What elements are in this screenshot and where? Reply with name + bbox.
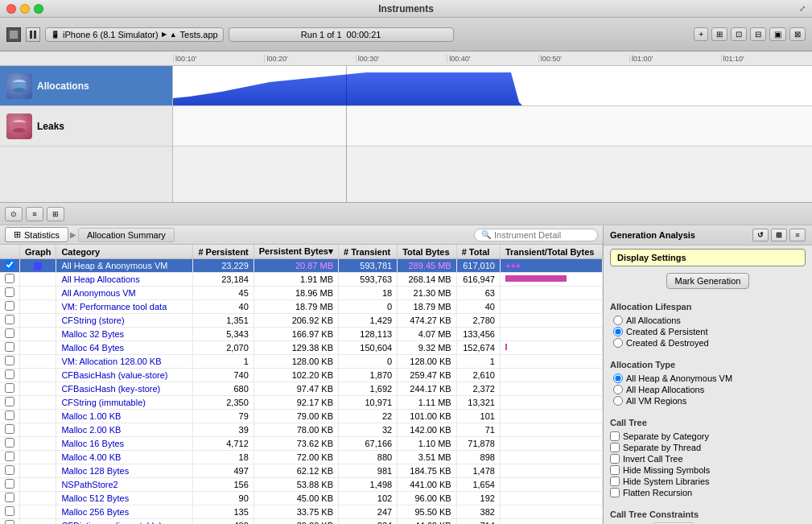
row-checkbox[interactable] <box>5 342 14 352</box>
row-checkbox[interactable] <box>5 356 14 365</box>
cb-hide-system[interactable]: Hide System Libraries <box>610 476 806 487</box>
table-row[interactable]: CFString (store)1,351206.92 KB1,429474.2… <box>0 314 603 328</box>
close-button[interactable] <box>6 4 16 14</box>
col-total-bytes[interactable]: Total Bytes <box>398 245 457 259</box>
table-row[interactable]: Malloc 2.00 KB3978.00 KB32142.00 KB71 <box>0 423 603 437</box>
radio-heap-alloc-input[interactable] <box>613 385 623 394</box>
table-row[interactable]: Malloc 256 Bytes13533.75 KB24795.50 KB38… <box>0 505 603 519</box>
cb-separate-thread-input[interactable] <box>610 443 620 452</box>
row-checkbox[interactable] <box>5 397 14 406</box>
col-category[interactable]: Category <box>56 245 193 259</box>
cb-flatten-input[interactable] <box>610 488 620 497</box>
data-table[interactable]: Graph Category # Persistent Persistent B… <box>0 245 603 524</box>
col-graph[interactable]: Graph <box>20 245 56 259</box>
bottom-btn-1[interactable]: ⊙ <box>5 207 23 221</box>
tab-statistics[interactable]: ⊞ Statistics <box>5 227 68 242</box>
view-toggle-3[interactable]: ⊟ <box>750 27 766 41</box>
list-icon-btn[interactable]: ≡ <box>789 229 806 241</box>
grid-icon-btn[interactable]: ⊞ <box>771 229 787 241</box>
cb-hide-system-input[interactable] <box>610 477 620 486</box>
table-row[interactable]: CFString (immutable)2,35092.17 KB10,9711… <box>0 396 603 410</box>
table-row[interactable]: VM: Performance tool data4018.79 MB018.7… <box>0 300 603 314</box>
table-row[interactable]: Malloc 64 Bytes2,070129.38 KB150,6049.32… <box>0 341 603 355</box>
leaks-timeline[interactable] <box>173 106 812 146</box>
col-bar[interactable]: Transient/Total Bytes <box>500 245 602 259</box>
table-row[interactable]: All Heap & Anonymous VM23,22920.87 MB593… <box>0 259 603 273</box>
row-checkbox[interactable] <box>5 274 14 283</box>
bottom-btn-2[interactable]: ≡ <box>26 207 43 221</box>
table-row[interactable]: All Heap Allocations23,1841.91 MB593,763… <box>0 273 603 287</box>
table-row[interactable]: Malloc 512 Bytes9045.00 KB10296.00 KB192 <box>0 492 603 505</box>
view-toggle-4[interactable]: ▣ <box>769 27 786 41</box>
maximize-button[interactable] <box>34 4 43 14</box>
table-row[interactable]: All Anonymous VM4518.96 MB1821.30 MB63 <box>0 287 603 300</box>
add-instrument-button[interactable]: + <box>694 27 708 41</box>
row-checkbox[interactable] <box>5 506 14 516</box>
table-row[interactable]: Malloc 4.00 KB1872.00 KB8803.51 MB898 <box>0 451 603 464</box>
row-checkbox[interactable] <box>5 369 14 379</box>
row-checkbox[interactable] <box>5 493 14 502</box>
search-input[interactable] <box>494 230 591 240</box>
radio-created-persistent[interactable]: Created & Persistent <box>613 326 802 337</box>
row-checkbox[interactable] <box>5 301 14 311</box>
row-checkbox[interactable] <box>5 287 14 297</box>
allocations-chart[interactable] <box>173 66 812 106</box>
radio-vm-regions[interactable]: All VM Regions <box>613 395 802 406</box>
radio-heap-anon-input[interactable] <box>613 373 623 383</box>
cb-separate-cat-input[interactable] <box>610 431 620 441</box>
view-toggle-5[interactable]: ⊠ <box>789 27 806 41</box>
row-checkbox[interactable] <box>5 424 14 434</box>
table-row[interactable]: CFBasicHash (key-store)68097.47 KB1,6922… <box>0 382 603 396</box>
row-checkbox[interactable] <box>5 479 14 489</box>
col-persist-bytes[interactable]: Persistent Bytes▾ <box>253 245 338 259</box>
history-icon-btn[interactable]: ↺ <box>752 229 769 241</box>
table-row[interactable]: CFBasicHash (value-store)740102.20 KB1,8… <box>0 369 603 382</box>
table-row[interactable]: Malloc 128 Bytes49762.12 KB981184.75 KB1… <box>0 464 603 478</box>
radio-created-destroy-input[interactable] <box>613 338 623 348</box>
cb-flatten[interactable]: Flatten Recursion <box>610 487 806 498</box>
minimize-button[interactable] <box>20 4 30 14</box>
bottom-btn-3[interactable]: ⊞ <box>47 207 64 221</box>
cb-hide-missing-input[interactable] <box>610 465 620 475</box>
row-checkbox[interactable] <box>5 260 14 270</box>
row-checkbox[interactable] <box>5 315 14 324</box>
row-checkbox[interactable] <box>5 411 14 420</box>
table-row[interactable]: Malloc 16 Bytes4,71273.62 KB67,1661.10 M… <box>0 437 603 451</box>
radio-heap-anon-vm[interactable]: All Heap & Anonymous VM <box>613 373 802 384</box>
search-bar[interactable]: 🔍 <box>474 229 598 241</box>
col-total[interactable]: # Total <box>456 245 500 259</box>
table-row[interactable]: Malloc 1.00 KB7979.00 KB22101.00 KB101 <box>0 410 603 423</box>
cb-separate-category[interactable]: Separate by Category <box>610 431 806 442</box>
radio-heap-alloc[interactable]: All Heap Allocations <box>613 384 802 395</box>
row-checkbox[interactable] <box>5 465 14 475</box>
cb-separate-thread[interactable]: Separate by Thread <box>610 442 806 453</box>
table-row[interactable]: Malloc 32 Bytes5,343166.97 KB128,1134.07… <box>0 328 603 341</box>
radio-created-persist-input[interactable] <box>613 327 623 336</box>
radio-all-allocations[interactable]: All Allocations <box>613 315 802 326</box>
view-toggle-2[interactable]: ⊡ <box>731 27 747 41</box>
cb-hide-missing[interactable]: Hide Missing Symbols <box>610 464 806 476</box>
row-checkbox[interactable] <box>5 328 14 338</box>
table-row[interactable]: VM: Allocation 128.00 KB1128.00 KB0128.0… <box>0 355 603 369</box>
instrument-leaks[interactable]: Leaks <box>0 106 172 146</box>
instrument-allocations[interactable]: Allocations <box>0 66 172 106</box>
row-checkbox[interactable] <box>5 438 14 448</box>
cb-invert-tree-input[interactable] <box>610 454 620 464</box>
mark-generation-button[interactable]: Mark Generation <box>666 273 750 289</box>
radio-vm-regions-input[interactable] <box>613 396 623 406</box>
device-selector[interactable]: 📱 iPhone 6 (8.1 Simulator) ▶ ▲ Tests.app <box>45 27 224 42</box>
stop-button[interactable] <box>6 27 21 42</box>
tab-allocation-summary[interactable]: Allocation Summary <box>78 228 175 242</box>
row-checkbox[interactable] <box>5 383 14 393</box>
table-row[interactable]: NSPathStore215653.88 KB1,498441.00 KB1,6… <box>0 478 603 492</box>
view-toggle-1[interactable]: ⊞ <box>711 27 728 41</box>
radio-all-alloc-input[interactable] <box>613 316 623 325</box>
cb-invert-tree[interactable]: Invert Call Tree <box>610 453 806 464</box>
radio-created-destroyed[interactable]: Created & Destroyed <box>613 337 802 349</box>
expand-icon[interactable]: ⤢ <box>799 4 806 13</box>
row-checkbox[interactable] <box>5 520 14 524</box>
col-persistent[interactable]: # Persistent <box>193 245 253 259</box>
pause-button[interactable] <box>26 27 40 42</box>
col-transient[interactable]: # Transient <box>339 245 398 259</box>
table-row[interactable]: CFDictionary (immutable)48030.00 KB23444… <box>0 519 603 525</box>
